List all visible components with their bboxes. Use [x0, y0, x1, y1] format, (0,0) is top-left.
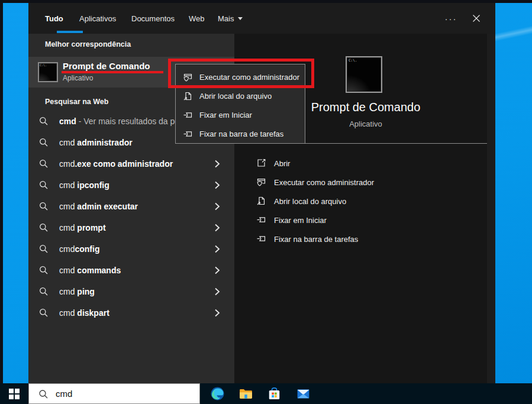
run-as-admin-icon: [183, 72, 193, 82]
suggestion-row[interactable]: cmd commands: [28, 260, 234, 281]
menu-item-pin-to-taskbar[interactable]: Fixar na barra de tarefas: [176, 124, 305, 143]
search-icon: [39, 202, 49, 211]
search-icon: [39, 223, 49, 232]
web-search-header: Pesquisar na Web: [45, 98, 108, 106]
tab-tudo-label: Tudo: [45, 14, 63, 23]
pin-icon: [183, 129, 193, 139]
action-open-file-location[interactable]: Abrir local do arquivo: [249, 192, 473, 211]
expand-chevron-icon[interactable]: [214, 202, 220, 211]
pin-icon: [183, 110, 193, 120]
scrollbar-gutter[interactable]: [487, 34, 495, 383]
file-location-icon: [256, 196, 266, 206]
tab-mais[interactable]: Mais: [218, 3, 243, 34]
microsoft-store-icon[interactable]: [267, 386, 282, 401]
suggestion-row[interactable]: cmd ping: [28, 281, 234, 302]
file-location-icon: [183, 91, 193, 101]
search-input[interactable]: [56, 384, 192, 403]
menu-item-run-as-admin[interactable]: Executar como administrador: [176, 67, 305, 86]
close-icon: [472, 14, 481, 22]
chevron-down-icon: [238, 17, 243, 20]
expand-chevron-icon[interactable]: [214, 245, 220, 253]
edge-browser-icon[interactable]: [210, 386, 225, 401]
run-as-admin-icon: [256, 177, 266, 187]
search-icon: [39, 138, 49, 147]
search-icon: [39, 117, 49, 126]
suggestion-row[interactable]: cmd admin executar: [28, 196, 234, 217]
search-icon: [39, 180, 49, 190]
expand-chevron-icon[interactable]: [214, 160, 220, 168]
expand-chevron-icon[interactable]: [214, 309, 220, 317]
best-match-subtitle: Aplicativo: [63, 74, 93, 82]
tab-tudo[interactable]: Tudo: [45, 3, 63, 34]
action-open[interactable]: Abrir: [249, 154, 473, 173]
search-icon: [39, 308, 49, 318]
best-match-title: Prompt de Comando: [63, 61, 150, 71]
best-match-header: Melhor correspondência: [45, 40, 131, 49]
suggestion-row[interactable]: cmdconfig: [28, 238, 234, 260]
tab-documentos[interactable]: Documentos: [131, 3, 175, 34]
suggestion-row[interactable]: cmd ipconfig: [28, 174, 234, 196]
search-icon: [39, 266, 49, 275]
suggestion-row[interactable]: cmd diskpart: [28, 302, 234, 324]
more-options-button[interactable]: ···: [441, 3, 460, 34]
search-icon: [39, 244, 49, 254]
menu-item-pin-to-start[interactable]: Fixar em Iniciar: [176, 105, 305, 124]
tab-aplicativos[interactable]: Aplicativos: [79, 3, 116, 34]
search-icon: [39, 159, 49, 169]
search-flyout-window: Tudo Aplicativos Documentos Web Mais ···…: [28, 3, 495, 383]
search-filter-tabbar: Tudo Aplicativos Documentos Web Mais ···: [28, 3, 495, 34]
search-icon: [38, 389, 49, 399]
pin-icon: [256, 234, 266, 244]
action-pin-to-start[interactable]: Fixar em Iniciar: [249, 211, 473, 230]
pin-icon: [256, 215, 266, 225]
cmd-app-icon-large: C:\.: [346, 56, 382, 93]
action-run-as-admin[interactable]: Executar como administrador: [249, 173, 473, 192]
expand-chevron-icon[interactable]: [214, 287, 220, 296]
mail-icon[interactable]: [296, 386, 311, 401]
expand-chevron-icon[interactable]: [214, 266, 220, 274]
start-button[interactable]: [0, 383, 28, 404]
screen-edge-left: [0, 0, 3, 383]
cmd-app-icon: C:\.: [38, 62, 58, 82]
expand-chevron-icon[interactable]: [214, 181, 220, 189]
action-pin-to-taskbar[interactable]: Fixar na barra de tarefas: [249, 230, 473, 248]
file-explorer-icon[interactable]: [238, 386, 253, 401]
close-button[interactable]: [466, 3, 486, 34]
taskbar: [0, 383, 532, 404]
open-icon: [256, 158, 266, 168]
taskbar-search-box[interactable]: [28, 383, 200, 404]
expand-chevron-icon[interactable]: [214, 224, 220, 232]
search-icon: [39, 287, 49, 296]
annotation-red-underline: [62, 71, 163, 73]
suggestion-row[interactable]: cmd prompt: [28, 217, 234, 238]
tab-web[interactable]: Web: [189, 3, 205, 34]
suggestion-row[interactable]: cmd.exe como administrador: [28, 153, 234, 174]
context-menu: Executar como administrador Abrir local …: [175, 64, 305, 144]
menu-item-open-file-location[interactable]: Abrir local do arquivo: [176, 86, 305, 105]
screen: Tudo Aplicativos Documentos Web Mais ···…: [0, 0, 532, 404]
windows-logo-icon: [9, 389, 20, 399]
